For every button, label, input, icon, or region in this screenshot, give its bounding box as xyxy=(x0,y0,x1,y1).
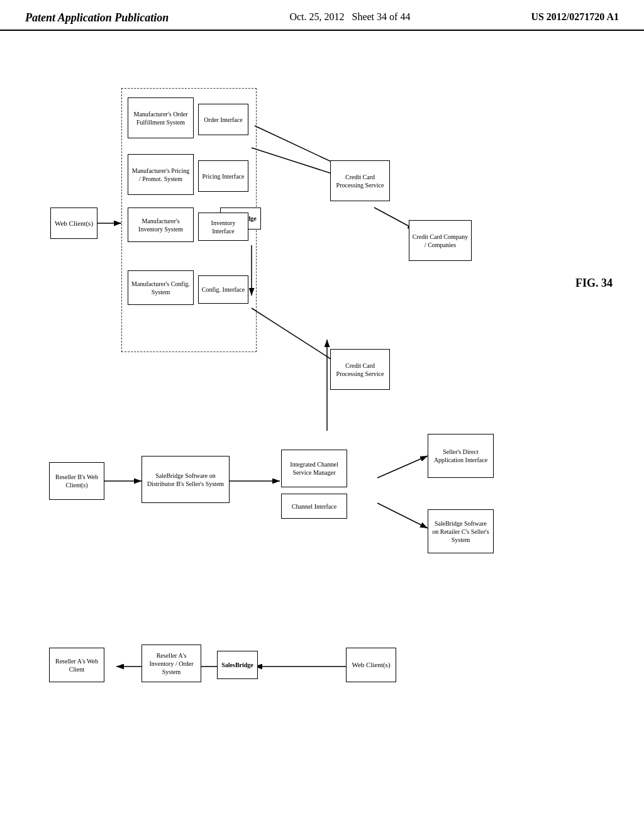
svg-line-7 xyxy=(377,503,428,528)
mfr-pricing-system-box: Manufacturer's Pricing / Promot. System xyxy=(128,154,194,195)
integrated-channel-box: Integrated Channel Service Manager xyxy=(281,450,347,487)
fig-label: FIG. 34 xyxy=(575,277,613,290)
publication-number: US 2012/0271720 A1 xyxy=(531,11,619,23)
channel-interface-box: Channel Interface xyxy=(281,494,347,519)
reseller-a-inventory-box: Reseller A's Inventory / Order System xyxy=(142,645,201,682)
reseller-a-web-box: Reseller A's Web Client xyxy=(49,648,104,682)
svg-line-3 xyxy=(252,148,340,176)
mfr-config-system-box: Manufacturer's Config. System xyxy=(128,270,194,305)
inventory-interface-box: Inventory Interface xyxy=(198,213,248,241)
diagram-area: Web Client(s) Manufacturer's Order Fulfi… xyxy=(38,63,631,817)
seller-direct-box: Seller's Direct Application Interface xyxy=(428,434,494,478)
credit-card-mid-box: Credit Card Processing Service xyxy=(330,349,390,390)
order-interface-box: Order Interface xyxy=(198,104,248,135)
web-clients-box: Web Client(s) xyxy=(50,208,97,239)
svg-line-5 xyxy=(252,308,340,365)
reseller-b-web-box: Reseller B's Web Client(s) xyxy=(49,462,104,500)
salesbridge-bottom-box: SalesBridge xyxy=(217,651,258,679)
mfr-order-system-box: Manufacturer's Order Fulfillment System xyxy=(128,97,194,138)
svg-line-6 xyxy=(377,456,428,478)
web-clients-bottom-box: Web Client(s) xyxy=(346,648,396,682)
salesbridge-retailer-box: SaleBridge Software on Retailer C's Sell… xyxy=(428,509,494,553)
publication-date: Oct. 25, 2012 Sheet 34 of 44 xyxy=(289,11,410,23)
page-header: Patent Application Publication Oct. 25, … xyxy=(0,0,644,31)
publication-title: Patent Application Publication xyxy=(25,11,169,25)
credit-card-top-box: Credit Card Processing Service xyxy=(330,160,390,201)
mfr-inventory-system-box: Manufacturer's Inventory System xyxy=(128,208,194,242)
config-interface-box: Config. Interface xyxy=(198,275,248,304)
salesbridge-dist-box: SaleBridge Software on Distributor B's S… xyxy=(142,456,230,503)
credit-card-company-box: Credit Card Company / Companies xyxy=(409,220,472,261)
pricing-interface-box: Pricing Interface xyxy=(198,160,248,192)
